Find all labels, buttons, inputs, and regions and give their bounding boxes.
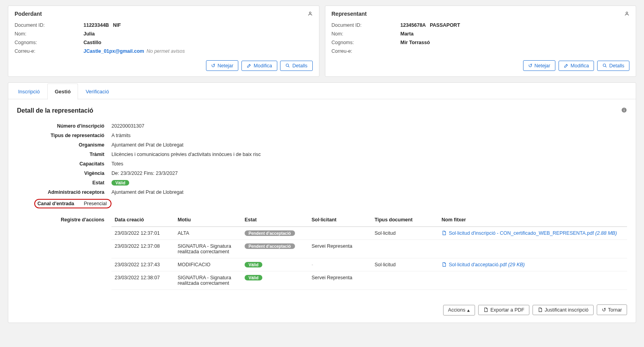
tipus-label: Tipus de representació — [17, 133, 111, 138]
capacitats-label: Capacitats — [17, 161, 111, 167]
netejar-button[interactable]: ↺Netejar — [206, 60, 238, 71]
tipus-value: A tràmits — [111, 133, 627, 138]
file-size: (2.88 MB) — [595, 230, 617, 236]
undo-icon: ↺ — [528, 63, 533, 69]
cell-estat: Pendent d'acceptació — [241, 240, 308, 258]
undo-icon: ↺ — [602, 307, 606, 313]
cell-estat: Vàlid — [241, 271, 308, 290]
svg-rect-8 — [624, 109, 624, 109]
representant-title: Representant — [332, 11, 630, 17]
cell-file — [438, 271, 627, 290]
organisme-label: Organisme — [17, 142, 111, 148]
justificant-button[interactable]: Justificant inscripció — [533, 305, 594, 315]
cognoms-value: Castillo — [84, 40, 101, 45]
capacitats-value: Totes — [111, 161, 627, 167]
canal-entrada-highlight: Canal d'entrada Presencial — [34, 199, 111, 208]
nom-value: Marta — [401, 31, 414, 37]
cell-sol — [308, 227, 371, 240]
svg-point-3 — [626, 12, 627, 13]
cell-file — [438, 240, 627, 258]
cell-motiu: SIGNATURA - Signatura realitzada correct… — [174, 271, 241, 290]
svg-point-1 — [286, 64, 289, 67]
tab-gestio[interactable]: Gestió — [47, 84, 78, 100]
col-sol: Sol·licitant — [308, 214, 371, 227]
tab-verificacio[interactable]: Verificació — [78, 84, 116, 100]
exportar-pdf-button[interactable]: Exportar a PDF — [478, 305, 529, 315]
canal-label: Canal d'entrada — [37, 201, 74, 206]
cell-motiu: MODIFICACIO — [174, 258, 241, 271]
estat-label: Estat — [17, 180, 111, 186]
cell-data: 23/03/2022 12:38:07 — [111, 271, 174, 290]
svg-line-5 — [605, 66, 607, 67]
doc-id-value: 12345678APASSAPORT — [401, 22, 460, 28]
search-icon — [602, 63, 607, 69]
email-link[interactable]: JCastle_01px@gmail.com — [84, 48, 144, 54]
status-badge: Pendent d'acceptació — [245, 230, 295, 236]
file-link[interactable]: Sol·licitud d'inscripció - CON_certifica… — [449, 230, 594, 236]
modifica-button[interactable]: Modifica — [559, 61, 594, 71]
status-badge: Vàlid — [111, 180, 129, 186]
tabs: Inscripció Gestió Verificació — [8, 83, 636, 99]
file-size: (29 KB) — [508, 262, 525, 267]
organisme-value: Ajuntament del Prat de Llobregat — [111, 142, 627, 148]
tab-inscripcio[interactable]: Inscripció — [11, 84, 47, 100]
cell-sol: Servei Representa — [308, 240, 371, 258]
cell-tipus: Sol·licitud — [371, 258, 438, 271]
doc-id-label: Document ID: — [15, 22, 84, 28]
col-tipus: Tipus document — [371, 214, 438, 227]
file-icon — [442, 230, 447, 236]
cell-data: 23/03/2022 12:37:08 — [111, 240, 174, 258]
vigencia-label: Vigència — [17, 171, 111, 176]
status-badge: Pendent d'acceptació — [245, 243, 295, 249]
representant-card: Representant Document ID: 12345678APASSA… — [325, 6, 637, 77]
modifica-button[interactable]: Modifica — [241, 61, 277, 71]
cell-tipus: Sol·licitud — [371, 227, 438, 240]
nom-value: Julia — [84, 31, 95, 37]
num-insc-value: 202200031307 — [111, 123, 627, 129]
detail-section: Detall de la representació Número d'insc… — [8, 99, 636, 299]
file-icon — [538, 307, 543, 313]
adm-label: Administració receptora — [17, 189, 111, 195]
correu-label: Correu-e: — [332, 48, 401, 54]
svg-point-0 — [309, 12, 311, 13]
tramit-value: Llicències i comunicacions prèvies d'act… — [111, 152, 627, 157]
cell-motiu: SIGNATURA - Signatura realitzada correct… — [174, 240, 241, 258]
detalls-button[interactable]: Detalls — [280, 61, 312, 71]
netejar-button[interactable]: ↺Netejar — [523, 60, 555, 71]
table-row: 23/03/2022 12:37:08SIGNATURA - Signatura… — [111, 240, 627, 258]
col-estat: Estat — [241, 214, 308, 227]
estat-value: Vàlid — [111, 180, 627, 186]
poderdant-card: Poderdant Document ID: 11223344BNIF Nom:… — [8, 6, 319, 77]
col-motiu: Motiu — [174, 214, 241, 227]
table-row: 23/03/2022 12:37:01ALTAPendent d'accepta… — [111, 227, 627, 240]
file-icon — [442, 262, 447, 267]
edit-icon — [247, 63, 252, 69]
cell-estat: Pendent d'acceptació — [241, 227, 308, 240]
search-icon — [285, 63, 290, 69]
file-icon — [483, 307, 488, 313]
cell-estat: Vàlid — [241, 258, 308, 271]
info-icon[interactable] — [621, 107, 627, 114]
nom-label: Nom: — [15, 31, 84, 37]
col-fitxer: Nom fitxer — [438, 214, 627, 227]
cell-file: Sol·licitud d'inscripció - CON_certifica… — [438, 227, 627, 240]
svg-point-4 — [603, 64, 606, 67]
undo-icon: ↺ — [211, 63, 215, 69]
doc-id-value: 11223344BNIF — [84, 22, 121, 28]
accions-button[interactable]: Accions ▴ — [443, 305, 475, 315]
tornar-button[interactable]: ↺Tornar — [597, 304, 627, 315]
status-badge: Vàlid — [245, 262, 262, 267]
detalls-button[interactable]: Detalls — [597, 61, 629, 71]
cognoms-label: Cognoms: — [15, 40, 84, 45]
main-panel: Inscripció Gestió Verificació Detall de … — [8, 82, 636, 323]
tramit-label: Tràmit — [17, 152, 111, 157]
adm-value: Ajuntament del Prat de Llobregat — [111, 189, 627, 195]
actions-table: Data creació Motiu Estat Sol·licitant Ti… — [111, 214, 627, 290]
correu-value: JCastle_01px@gmail.comNo permet avisos — [84, 48, 185, 54]
person-icon — [308, 11, 313, 17]
cell-data: 23/03/2022 12:37:43 — [111, 258, 174, 271]
svg-rect-7 — [624, 109, 624, 111]
registre-label: Registre d'accions — [17, 214, 111, 223]
file-link[interactable]: Sol·licitud d'acceptació.pdf — [449, 262, 507, 267]
nom-label: Nom: — [332, 31, 401, 37]
